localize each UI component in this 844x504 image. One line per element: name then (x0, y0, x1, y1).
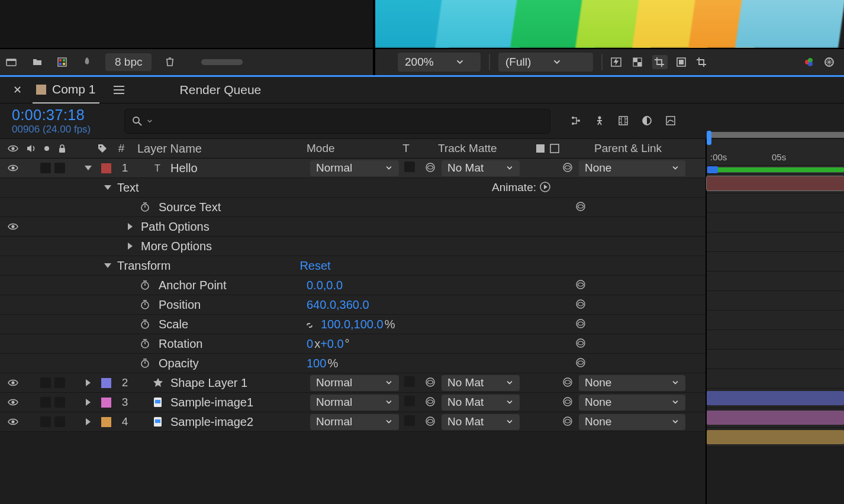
layer-name[interactable]: Sample-image2 (170, 415, 253, 429)
layer-name[interactable]: Sample-image1 (170, 396, 253, 409)
preserve-transp-toggle[interactable] (404, 396, 415, 406)
twirl-icon[interactable] (86, 418, 91, 425)
lock-column-icon[interactable] (57, 143, 67, 154)
stopwatch-icon[interactable] (140, 338, 150, 349)
mask-visibility-icon[interactable] (652, 55, 668, 69)
channel-icon[interactable] (804, 57, 816, 67)
group-more-options[interactable]: More Options (0, 237, 706, 256)
toggle-video-icon[interactable] (8, 397, 18, 408)
layer-row-4[interactable]: 4 Sample-image2 Normal No Mat None (0, 412, 706, 432)
delete-icon[interactable] (165, 56, 176, 68)
resolution-dropdown[interactable]: (Full) (498, 53, 593, 72)
toggle-video-icon[interactable] (8, 416, 18, 427)
blend-mode-dropdown[interactable]: Normal (310, 160, 399, 176)
tab-menu-icon[interactable] (114, 86, 124, 94)
stopwatch-icon[interactable] (140, 299, 150, 310)
solo-toggle[interactable] (40, 377, 51, 388)
project-bpc-button[interactable]: 8 bpc (105, 53, 152, 71)
close-tab-icon[interactable]: ✕ (13, 83, 22, 96)
layer-bar-4[interactable] (707, 430, 844, 444)
transform-reset[interactable]: Reset (299, 259, 330, 273)
stopwatch-icon[interactable] (140, 280, 150, 290)
preserve-transparency-icon[interactable] (535, 143, 546, 154)
blend-mode-dropdown[interactable]: Normal (310, 395, 399, 411)
tab-render-queue[interactable]: Render Queue (180, 83, 262, 97)
label-swatch[interactable] (101, 163, 111, 173)
parent-pickwhip-icon[interactable] (562, 416, 574, 428)
matte-pickwhip-icon[interactable] (425, 162, 437, 174)
matte-pickwhip-icon[interactable] (425, 377, 437, 389)
expression-pickwhip-icon[interactable] (575, 357, 587, 369)
track-matte-dropdown[interactable]: No Mat (442, 160, 520, 176)
matte-pickwhip-icon[interactable] (425, 396, 437, 408)
group-text[interactable]: Text Animate: (0, 178, 706, 198)
draft3d-icon[interactable] (594, 115, 607, 127)
video-column-icon[interactable] (8, 143, 18, 154)
blend-mode-dropdown[interactable]: Normal (310, 414, 399, 430)
solo-toggle[interactable] (40, 163, 51, 173)
lock-toggle[interactable] (54, 377, 65, 388)
preserve-transp-toggle[interactable] (404, 415, 415, 426)
stopwatch-icon[interactable] (140, 202, 150, 212)
transparency-grid-icon[interactable] (632, 57, 644, 67)
prop-anchor-point[interactable]: Anchor Point 0.0,0.0 (0, 276, 706, 295)
work-area-bar[interactable] (707, 166, 844, 174)
track-matte-dropdown[interactable]: No Mat (442, 375, 520, 391)
group-path-options[interactable]: Path Options (0, 217, 706, 237)
rocket-icon[interactable] (82, 57, 92, 67)
matte-invert-icon[interactable] (549, 143, 560, 154)
prop-rotation[interactable]: Rotation 0 x +0.0 ° (0, 334, 706, 354)
stopwatch-icon[interactable] (140, 358, 150, 369)
time-ruler[interactable]: :00s 05s (707, 147, 844, 166)
mode-header[interactable]: Mode (307, 142, 395, 155)
time-navigator-start[interactable] (707, 131, 711, 145)
twirl-icon[interactable] (85, 166, 92, 170)
solo-toggle[interactable] (40, 397, 51, 408)
layer-row-1[interactable]: 1 Hello Normal No Mat None (0, 159, 706, 178)
interpret-footage-icon[interactable] (6, 57, 19, 67)
work-area[interactable] (708, 167, 844, 172)
label-swatch[interactable] (101, 378, 111, 388)
parent-pickwhip-icon[interactable] (562, 377, 574, 389)
expression-pickwhip-icon[interactable] (575, 279, 587, 291)
search-input[interactable] (157, 115, 543, 127)
label-column-icon[interactable] (97, 143, 108, 154)
track-matte-dropdown[interactable]: No Mat (442, 414, 520, 430)
parent-pickwhip-icon[interactable] (562, 396, 574, 408)
expression-pickwhip-icon[interactable] (575, 338, 587, 350)
comp-flowchart-icon[interactable] (571, 115, 584, 127)
expression-pickwhip-icon[interactable] (575, 201, 587, 213)
track-matte-header[interactable]: Track Matte (438, 142, 535, 155)
animate-menu-icon[interactable] (540, 182, 552, 193)
label-swatch[interactable] (101, 398, 111, 408)
prop-scale[interactable]: Scale 100.0,100.0 % (0, 315, 706, 334)
current-frame[interactable]: 00906 (24.00 fps) (12, 124, 116, 135)
new-folder-icon[interactable] (32, 57, 44, 67)
preserve-transp-toggle[interactable] (404, 161, 415, 172)
blend-mode-dropdown[interactable]: Normal (310, 375, 399, 391)
parent-dropdown[interactable]: None (579, 375, 685, 391)
lock-toggle[interactable] (54, 397, 65, 408)
scale-value[interactable]: 100.0,100.0 (321, 318, 384, 331)
label-swatch[interactable] (101, 417, 111, 427)
toggle-video-icon[interactable] (8, 221, 18, 232)
track-matte-dropdown[interactable]: No Mat (442, 395, 520, 411)
twirl-icon[interactable] (104, 263, 111, 268)
solo-column-icon[interactable] (41, 143, 52, 154)
index-column-header[interactable]: # (111, 142, 131, 155)
toggle-video-icon[interactable] (8, 163, 18, 173)
parent-dropdown[interactable]: None (579, 395, 685, 411)
stopwatch-icon[interactable] (140, 319, 150, 329)
opacity-value[interactable]: 100 (307, 357, 326, 370)
graph-editor-icon[interactable] (665, 115, 678, 127)
composition-preview[interactable] (375, 0, 844, 48)
audio-column-icon[interactable] (26, 143, 37, 154)
trackmatte-t-header[interactable]: T (395, 142, 417, 155)
solo-toggle[interactable] (40, 416, 51, 427)
zoom-dropdown[interactable]: 200% (398, 53, 481, 72)
roi-icon[interactable] (676, 57, 688, 67)
twirl-icon[interactable] (86, 379, 91, 386)
layer-name[interactable]: Hello (170, 161, 198, 175)
parent-dropdown[interactable]: None (579, 160, 685, 176)
grid-guides-icon[interactable] (696, 57, 708, 67)
